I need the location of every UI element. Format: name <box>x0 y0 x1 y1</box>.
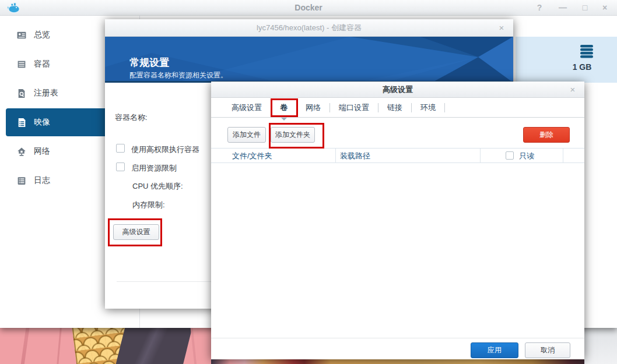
volume-table-header: 文件/文件夹 装载路径 只读 <box>211 148 584 163</box>
minimize-icon[interactable]: — <box>555 0 570 16</box>
privilege-checkbox-label: 使用高权限执行容器 <box>131 144 199 155</box>
app-titlebar: Docker ? — □ × <box>0 0 617 16</box>
annotation-box-add-folder-button <box>269 123 324 149</box>
resource-limit-checkbox-label: 启用资源限制 <box>131 163 177 174</box>
wallpaper-fold <box>57 327 62 364</box>
readonly-header-checkbox[interactable] <box>506 151 514 160</box>
help-icon[interactable]: ? <box>532 0 547 16</box>
sidebar-item-label: 网络 <box>34 146 50 157</box>
advanced-dialog-footer: 应用 取消 <box>211 338 584 359</box>
tab-network[interactable]: 网络 <box>297 98 329 117</box>
column-header-mount-path[interactable]: 装载路径 <box>340 149 370 164</box>
column-separator <box>335 149 336 164</box>
overview-icon <box>16 30 27 40</box>
column-separator <box>563 149 563 164</box>
sidebar-item-label: 总览 <box>34 30 50 40</box>
column-header-file[interactable]: 文件/文件夹 <box>232 149 272 164</box>
wallpaper-right-corner <box>584 327 617 364</box>
delete-button[interactable]: 删除 <box>523 127 570 143</box>
container-icon <box>16 59 27 69</box>
network-icon <box>16 147 27 157</box>
tab-separator <box>444 103 445 112</box>
tab-port-settings[interactable]: 端口设置 <box>330 98 378 117</box>
advanced-dialog-titlebar[interactable]: 高级设置 × <box>211 82 584 98</box>
image-size-value: 1 GB <box>565 62 600 72</box>
add-file-button[interactable]: 添加文件 <box>227 127 266 143</box>
wallpaper-fold <box>190 327 197 364</box>
app-title: Docker <box>0 0 617 16</box>
resource-limit-checkbox[interactable] <box>116 162 125 171</box>
create-dialog-title: lyc7456/hexo(latest) - 创建容器 <box>105 19 513 37</box>
annotation-box-volume-tab <box>271 98 298 117</box>
column-separator <box>480 149 481 164</box>
database-icon <box>579 43 595 62</box>
sidebar-item-label: 映像 <box>34 117 50 128</box>
tab-advanced-settings[interactable]: 高级设置 <box>223 98 271 117</box>
sidebar-item-label: 容器 <box>34 59 50 69</box>
advanced-settings-dialog: 高级设置 × 高级设置 卷 网络 端口设置 链接 环境 添加文件 添加文件夹 删… <box>211 82 584 359</box>
banner-heading: 常规设置 <box>129 56 169 69</box>
advanced-tabbar: 高级设置 卷 网络 端口设置 链接 环境 <box>211 98 584 118</box>
log-icon <box>16 176 27 186</box>
sidebar-item-label: 注册表 <box>34 88 58 98</box>
banner-subheading: 配置容器名称和资源相关设置。 <box>129 70 227 80</box>
volume-table-body[interactable] <box>211 163 584 338</box>
cpu-priority-label: CPU 优先顺序: <box>132 181 183 192</box>
container-name-label: 容器名称: <box>115 112 148 123</box>
close-icon[interactable]: × <box>496 19 507 37</box>
tab-environment[interactable]: 环境 <box>412 98 444 117</box>
maximize-icon[interactable]: □ <box>577 0 593 16</box>
image-size-panel: 1 GB <box>516 37 617 83</box>
tab-links[interactable]: 链接 <box>378 98 411 117</box>
annotation-box-advanced-settings-button <box>108 218 162 246</box>
close-icon[interactable]: × <box>567 82 579 98</box>
apply-button[interactable]: 应用 <box>471 342 518 358</box>
column-header-readonly[interactable]: 只读 <box>519 149 534 164</box>
privilege-checkbox[interactable] <box>116 144 125 153</box>
advanced-dialog-title: 高级设置 <box>211 82 584 98</box>
cancel-button[interactable]: 取消 <box>525 342 570 358</box>
sidebar-item-label: 日志 <box>34 175 50 186</box>
create-dialog-titlebar[interactable]: lyc7456/hexo(latest) - 创建容器 × <box>105 19 513 37</box>
volume-toolbar: 添加文件 添加文件夹 删除 <box>211 118 584 148</box>
close-window-icon[interactable]: × <box>597 0 612 16</box>
wallpaper-dark-sash <box>115 327 192 364</box>
image-icon <box>16 118 27 128</box>
general-settings-banner: 常规设置 配置容器名称和资源相关设置。 <box>105 37 513 83</box>
memory-limit-label: 内存限制: <box>132 200 165 210</box>
wallpaper-fold <box>20 327 30 364</box>
registry-icon <box>16 89 27 98</box>
wallpaper-bottom-strip <box>211 359 584 364</box>
